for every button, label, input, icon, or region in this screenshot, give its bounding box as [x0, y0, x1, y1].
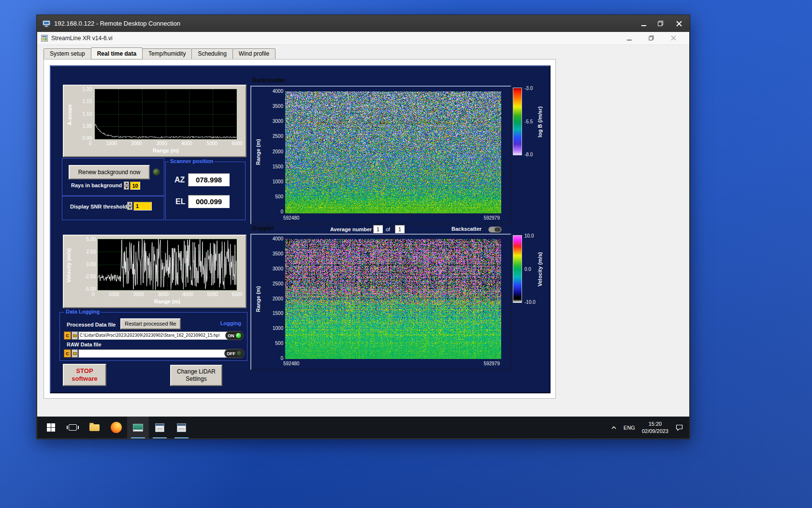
tick-label: -2.50 — [85, 274, 96, 279]
start-button[interactable] — [40, 417, 62, 438]
scan-scheduler-taskbar-button[interactable] — [149, 417, 171, 438]
tick-label: 5000 — [207, 141, 218, 146]
backscatter-toggle[interactable] — [488, 226, 502, 233]
snr-spinner[interactable] — [127, 202, 132, 210]
hidden-icons-chevron[interactable] — [611, 426, 617, 430]
streamline-taskbar-button[interactable] — [127, 417, 149, 438]
app-minimize-button[interactable] — [624, 33, 634, 43]
tick-label: 1000 — [108, 292, 119, 297]
scan-scheduler-icon — [155, 423, 164, 432]
notepad-taskbar-button[interactable] — [171, 417, 192, 438]
doppler-heatmap — [285, 239, 501, 359]
renew-background-button[interactable]: Renew background now — [69, 165, 150, 179]
backscatter-x-end: 592979 — [484, 215, 500, 221]
tab-real-time-data[interactable]: Real time data — [91, 47, 143, 60]
main-panel: A-scope 1.201.151.101.050.99 01000200030… — [50, 65, 551, 393]
backscatter-y-ticks: 40003500300025002000150010005000 — [266, 89, 283, 214]
processed-drive-button[interactable]: C — [64, 331, 71, 340]
backscatter-graph-frame: Range (m) 400035003000250020001500100050… — [250, 86, 511, 224]
app-restore-button[interactable] — [647, 33, 656, 43]
tick-label: 3500 — [273, 104, 283, 109]
backscatter-y-axis-label: Range (m) — [255, 120, 261, 183]
processed-path-field[interactable]: C:\Lidar\Data\Proc\2023\202309\20230902\… — [78, 331, 231, 340]
remote-desktop-icon — [43, 20, 50, 27]
snr-spinner-down[interactable] — [127, 206, 132, 210]
tick-label: 1.15 — [83, 99, 92, 104]
taskbar: ENG 15:20 02/09/2023 — [37, 417, 689, 438]
average-number-field[interactable]: 1 — [373, 225, 383, 233]
tick-label: 3000 — [273, 119, 283, 124]
tick-label: 1000 — [273, 326, 283, 331]
snr-value-field[interactable]: 1 — [133, 202, 152, 210]
rays-in-background-label: Rays in background — [71, 182, 122, 188]
tick-label: 1500 — [273, 164, 283, 169]
tick-label: 0 — [280, 209, 283, 214]
change-lidar-line2: Settings — [186, 375, 206, 383]
raw-drive-button[interactable]: C — [64, 349, 71, 358]
notepad-icon — [177, 423, 186, 432]
average-total-field[interactable]: 1 — [395, 225, 405, 233]
folder-icon — [73, 352, 77, 355]
processed-browse-button[interactable] — [72, 331, 78, 340]
el-label: EL — [175, 197, 185, 206]
velocity-y-ticks: 5.002.500.00-2.50-5.00 — [77, 237, 96, 292]
tab-wind-profile[interactable]: Wind profile — [232, 48, 276, 60]
restart-processed-file-button[interactable]: Restart processed file — [120, 318, 181, 329]
file-explorer-button[interactable] — [84, 417, 105, 438]
file-explorer-icon — [89, 424, 100, 431]
backscatter-heatmap — [285, 91, 501, 213]
tab-scheduling[interactable]: Scheduling — [191, 48, 232, 60]
change-lidar-settings-button[interactable]: Change LiDAR Settings — [170, 365, 222, 386]
tick-label: 500 — [275, 341, 283, 346]
language-indicator[interactable]: ENG — [624, 425, 635, 431]
processed-logging-toggle[interactable]: ON — [225, 331, 244, 340]
rays-spinner-down[interactable] — [124, 186, 129, 190]
labview-vi-icon — [41, 35, 48, 42]
notification-center-icon[interactable] — [675, 424, 683, 431]
rays-spinner-up[interactable] — [124, 181, 129, 186]
backscatter-colorbar-label: log B (/m/sr) — [537, 90, 543, 153]
logging-label: Logging — [220, 320, 241, 326]
raw-browse-button[interactable] — [72, 349, 78, 358]
rays-spinner[interactable] — [124, 181, 129, 190]
app-close-button[interactable] — [669, 33, 679, 43]
tick-label: 0 — [280, 356, 283, 361]
snr-spinner-up[interactable] — [127, 202, 132, 206]
az-value-display: 078.998 — [188, 173, 230, 186]
velocity-chart-panel: Velocity (m/s) 5.002.500.00-2.50-5.00 01… — [63, 235, 246, 308]
tick-label: 6000 — [232, 292, 243, 297]
raw-logging-toggle[interactable]: OFF — [224, 349, 245, 358]
tab-system-setup[interactable]: System setup — [44, 48, 91, 60]
rays-value-field[interactable]: 10 — [130, 181, 140, 190]
tick-label: 4000 — [273, 89, 283, 94]
ascope-y-ticks: 1.201.151.101.050.99 — [76, 87, 92, 141]
rdp-minimize-button[interactable] — [636, 18, 652, 30]
rdp-restore-button[interactable] — [652, 18, 668, 30]
rdp-close-button[interactable] — [668, 18, 690, 30]
firefox-button[interactable] — [105, 417, 127, 438]
rdp-window: 192.168.0.122 - Remote Desktop Connectio… — [36, 15, 690, 439]
app-titlebar[interactable]: StreamLine XR v14-6.vi — [37, 32, 689, 45]
backscatter-toggle-label: Backscatter — [451, 226, 481, 232]
tick-label: 0.0 — [524, 267, 531, 272]
task-view-button[interactable] — [62, 417, 84, 438]
processed-logging-led — [236, 333, 241, 338]
rdp-titlebar[interactable]: 192.168.0.122 - Remote Desktop Connectio… — [37, 15, 690, 32]
tick-label: -8.0 — [524, 152, 533, 157]
tick-label: 2000 — [273, 149, 283, 154]
tick-label: 1.05 — [83, 123, 92, 129]
stop-software-button[interactable]: STOP software — [63, 364, 106, 386]
rdp-window-title: 192.168.0.122 - Remote Desktop Connectio… — [54, 20, 180, 27]
raw-path-field[interactable] — [78, 349, 231, 358]
scanner-position-box: Scanner position AZ 078.998 EL 000.099 — [165, 162, 246, 220]
velocity-x-axis-label: Range (m) — [98, 299, 237, 304]
tick-label: 1.10 — [83, 111, 92, 117]
ascope-x-axis-label: Range (m) — [95, 148, 237, 153]
tab-temp-humidity[interactable]: Temp/humidity — [142, 48, 192, 60]
renew-background-led — [153, 168, 160, 176]
tick-label: -10.0 — [524, 299, 536, 305]
doppler-y-ticks: 40003500300025002000150010005000 — [266, 236, 283, 361]
snr-threshold-label: Display SNR threshold — [70, 204, 128, 209]
firefox-icon — [111, 422, 122, 433]
taskbar-clock[interactable]: 15:20 02/09/2023 — [642, 420, 668, 435]
